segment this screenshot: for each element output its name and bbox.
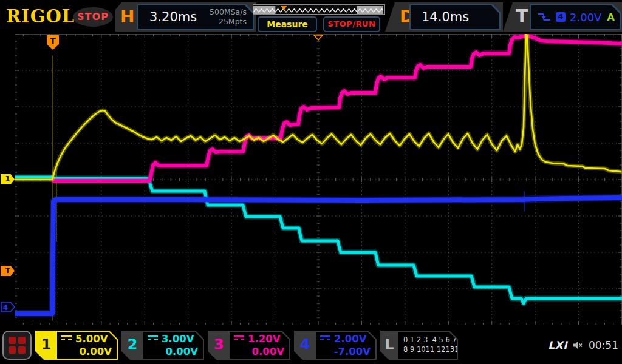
channel2-badge[interactable]: 2 3.00V 0.00V — [121, 331, 204, 360]
logic-digits-row1: 0 1 2 3 4 5 6 7 — [403, 335, 457, 344]
svg-text:4: 4 — [3, 303, 8, 312]
dc-coupling-icon — [61, 335, 72, 343]
measure-button[interactable]: Measure — [258, 16, 317, 32]
dc-coupling-icon — [148, 335, 158, 343]
channel1-scale: 5.00V — [75, 333, 108, 345]
trigger-level-value: 2.00V — [570, 11, 601, 24]
channel3-number: 3 — [208, 331, 230, 360]
bottom-status-bar: 1 5.00V 0.00V 2 3.00V 0.00V 3 1.20V 0.00… — [0, 328, 622, 364]
channel3-scale: 1.20V — [248, 333, 280, 345]
ch1-zero-marker[interactable]: 1 — [1, 174, 15, 184]
channel3-offset: 0.00V — [252, 346, 284, 357]
sample-rate-memdepth: 500MSa/s 25Mpts — [210, 7, 247, 27]
channel4-badge[interactable]: 4 2.00V -7.00V — [294, 331, 377, 360]
channel2-scale: 3.00V — [162, 333, 194, 345]
logic-channels-badge[interactable]: L 0 1 2 3 4 5 6 7 8 9 1011 12131415 — [380, 331, 458, 360]
menu-grid-icon — [9, 337, 26, 354]
menu-button[interactable] — [2, 331, 32, 360]
rigol-logo: RIGOL — [6, 6, 75, 27]
overview-trigger-marker — [281, 6, 287, 10]
timebase-value: 3.20ms — [149, 5, 197, 29]
channel2-number: 2 — [121, 331, 143, 360]
channel3-badge[interactable]: 3 1.20V 0.00V — [208, 331, 290, 360]
dc-coupling-icon — [234, 335, 244, 343]
waveform-overview-strip[interactable] — [253, 4, 385, 15]
dc-coupling-icon — [320, 335, 330, 343]
delay-panel[interactable]: 14.0ms — [409, 4, 501, 30]
trigger-settings-panel[interactable]: T 4 2.00V A — [503, 2, 622, 32]
delay-value: 14.0ms — [422, 5, 469, 29]
channel2-offset: 0.00V — [166, 346, 198, 357]
lxi-logo: LXI — [548, 339, 567, 351]
horizontal-settings-panel[interactable]: H 3.20ms 500MSa/s 25Mpts — [115, 2, 256, 32]
channel4-scale: 2.00V — [334, 333, 366, 345]
stop-run-button[interactable]: STOP/RUN — [323, 16, 380, 32]
ch4-zero-marker[interactable]: 4 — [1, 302, 15, 312]
logic-digits-row2: 8 9 1011 12131415 — [403, 345, 472, 354]
channel1-number: 1 — [35, 331, 57, 360]
trigger-source-badge: 4 — [556, 12, 566, 22]
oscilloscope-screen: RIGOL STOP H 3.20ms 500MSa/s 25Mpts Meas… — [0, 0, 622, 364]
waveform-display — [15, 34, 622, 325]
timebase-panel[interactable]: 3.20ms 500MSa/s 25Mpts — [137, 4, 254, 30]
status-cluster: LXI 00:51 — [548, 331, 618, 360]
trigger-panel[interactable]: 4 2.00V A — [530, 4, 621, 30]
ch3-trace — [53, 36, 621, 181]
falling-edge-icon — [537, 12, 552, 22]
top-status-bar: RIGOL STOP H 3.20ms 500MSa/s 25Mpts Meas… — [0, 0, 622, 34]
trigger-mode: A — [607, 12, 615, 23]
acquisition-state-badge: STOP — [73, 7, 113, 27]
logic-label: L — [380, 331, 398, 360]
delay-settings-panel[interactable]: D 14.0ms — [385, 2, 503, 32]
clock: 00:51 — [589, 339, 618, 351]
memory-depth: 25Mpts — [210, 17, 247, 27]
waveform-overview-zigzag — [253, 6, 383, 14]
muted-speaker-icon[interactable] — [573, 341, 583, 349]
channel4-offset: -7.00V — [334, 346, 371, 357]
trigger-level-marker[interactable]: T — [1, 266, 15, 276]
trigger-label: T — [516, 5, 528, 27]
horizontal-label: H — [120, 7, 134, 27]
channel4-number: 4 — [294, 331, 316, 360]
delay-position-marker[interactable] — [313, 35, 323, 41]
sample-rate: 500MSa/s — [210, 7, 247, 17]
channel1-offset: 0.00V — [80, 346, 112, 357]
channel1-badge[interactable]: 1 5.00V 0.00V — [35, 331, 118, 360]
